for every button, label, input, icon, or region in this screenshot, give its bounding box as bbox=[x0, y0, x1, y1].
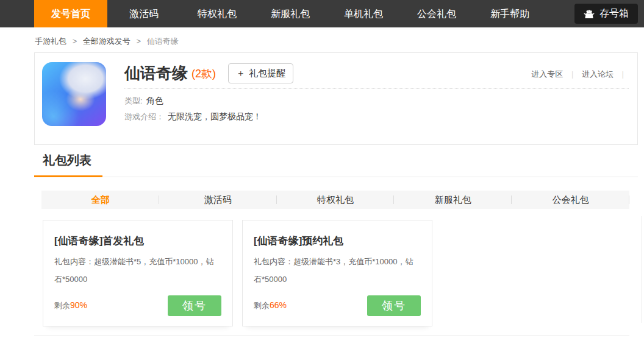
tab-privilege-gift[interactable]: 特权礼包 bbox=[277, 191, 395, 209]
game-type-label: 类型: bbox=[124, 96, 143, 105]
package-card: [仙语奇缘]预约礼包 礼包内容：超级潜能书*3，充值币*10000，钻石*500… bbox=[242, 220, 432, 326]
remaining-label: 剩余 bbox=[254, 301, 270, 310]
enter-forum-link[interactable]: 进入论坛 bbox=[582, 69, 614, 79]
nav-item-guild-gift[interactable]: 公会礼包 bbox=[400, 0, 473, 27]
enter-zone-link[interactable]: 进入专区 bbox=[531, 69, 563, 79]
tab-new-server-gift[interactable]: 新服礼包 bbox=[394, 191, 512, 209]
storage-box-label: 存号箱 bbox=[599, 7, 629, 20]
package-content-label: 礼包内容： bbox=[54, 257, 94, 266]
nav-item-standalone-gift[interactable]: 单机礼包 bbox=[327, 0, 400, 27]
links-divider: | bbox=[622, 69, 624, 79]
section-underline-accent bbox=[34, 175, 102, 177]
gift-list-title: 礼包列表 bbox=[43, 152, 638, 177]
package-card: [仙语奇缘]首发礼包 礼包内容：超级潜能书*5，充值币*10000，钻石*500… bbox=[43, 220, 233, 326]
breadcrumb-separator: > bbox=[136, 37, 141, 46]
game-icon[interactable] bbox=[42, 62, 106, 126]
claim-code-button[interactable]: 领号 bbox=[367, 295, 421, 316]
top-nav: 发号首页 激活码 特权礼包 新服礼包 单机礼包 公会礼包 新手帮助 存号箱 bbox=[0, 0, 644, 27]
plus-icon: ＋ bbox=[236, 68, 245, 79]
gift-list-section-header: 礼包列表 bbox=[34, 152, 638, 177]
game-title: 仙语奇缘 bbox=[124, 63, 188, 84]
gift-filter-tabs: 全部 激活码 特权礼包 新服礼包 公会礼包 bbox=[41, 191, 629, 209]
game-title-row: 仙语奇缘 (2款) ＋ 礼包提醒 bbox=[124, 63, 293, 84]
nav-item-activation-code[interactable]: 激活码 bbox=[107, 0, 181, 27]
game-intro-row: 游戏介绍：无限洗宠，圆梦极品宠！ bbox=[124, 111, 262, 122]
game-links: 进入专区 | 进入论坛 | bbox=[531, 69, 630, 80]
remaining-label: 剩余 bbox=[54, 301, 70, 310]
package-content-label: 礼包内容： bbox=[254, 257, 293, 266]
package-title: [仙语奇缘]首发礼包 bbox=[54, 234, 221, 248]
tab-guild-gift[interactable]: 公会礼包 bbox=[512, 191, 629, 209]
package-card-list: [仙语奇缘]首发礼包 礼包内容：超级潜能书*5，充值币*10000，钻石*500… bbox=[43, 220, 644, 326]
links-divider: | bbox=[571, 69, 573, 79]
package-title: [仙语奇缘]预约礼包 bbox=[254, 234, 421, 248]
nav-item-privilege-gift[interactable]: 特权礼包 bbox=[181, 0, 254, 27]
breadcrumb-mobile-gifts[interactable]: 手游礼包 bbox=[35, 37, 66, 46]
breadcrumb-all-games[interactable]: 全部游戏发号 bbox=[83, 37, 131, 46]
tab-all[interactable]: 全部 bbox=[41, 191, 159, 209]
dotted-divider bbox=[124, 88, 629, 89]
nav-item-home[interactable]: 发号首页 bbox=[34, 0, 107, 27]
bottom-divider bbox=[34, 336, 629, 336]
nav-item-new-server-gift[interactable]: 新服礼包 bbox=[254, 0, 327, 27]
game-type-row: 类型:角色 bbox=[124, 96, 163, 107]
remaining-percent: 90% bbox=[70, 300, 87, 310]
storage-box-button[interactable]: 存号箱 bbox=[574, 4, 638, 24]
gift-remind-label: 礼包提醒 bbox=[249, 68, 285, 79]
gift-remind-button[interactable]: ＋ 礼包提醒 bbox=[228, 63, 293, 83]
game-package-count: (2款) bbox=[191, 66, 216, 81]
package-footer: 剩余66% 领号 bbox=[254, 295, 421, 316]
remaining-percent: 66% bbox=[270, 300, 287, 310]
breadcrumb: 手游礼包 > 全部游戏发号 > 仙语奇缘 bbox=[0, 27, 644, 52]
remaining-stock: 剩余66% bbox=[254, 300, 287, 311]
game-intro-label: 游戏介绍： bbox=[124, 112, 164, 121]
breadcrumb-separator: > bbox=[73, 37, 77, 46]
game-intro-value: 无限洗宠，圆梦极品宠！ bbox=[168, 111, 262, 121]
remaining-stock: 剩余90% bbox=[54, 300, 87, 311]
game-type-value: 角色 bbox=[146, 96, 163, 105]
claim-code-button[interactable]: 领号 bbox=[168, 295, 221, 316]
package-content: 礼包内容：超级潜能书*5，充值币*10000，钻石*50000 bbox=[54, 253, 221, 288]
game-header-card: 仙语奇缘 (2款) ＋ 礼包提醒 进入专区 | 进入论坛 | 类型:角色 游戏介… bbox=[34, 52, 638, 145]
breadcrumb-current-game: 仙语奇缘 bbox=[147, 37, 179, 46]
tab-activation-code[interactable]: 激活码 bbox=[159, 191, 277, 209]
nav-item-beginner-help[interactable]: 新手帮助 bbox=[473, 0, 546, 27]
package-content: 礼包内容：超级潜能书*3，充值币*10000，钻石*50000 bbox=[254, 253, 421, 288]
section-underline bbox=[34, 177, 638, 177]
package-footer: 剩余90% 领号 bbox=[54, 295, 221, 316]
storage-box-icon bbox=[584, 9, 595, 19]
clipped-card-edge bbox=[642, 216, 642, 323]
